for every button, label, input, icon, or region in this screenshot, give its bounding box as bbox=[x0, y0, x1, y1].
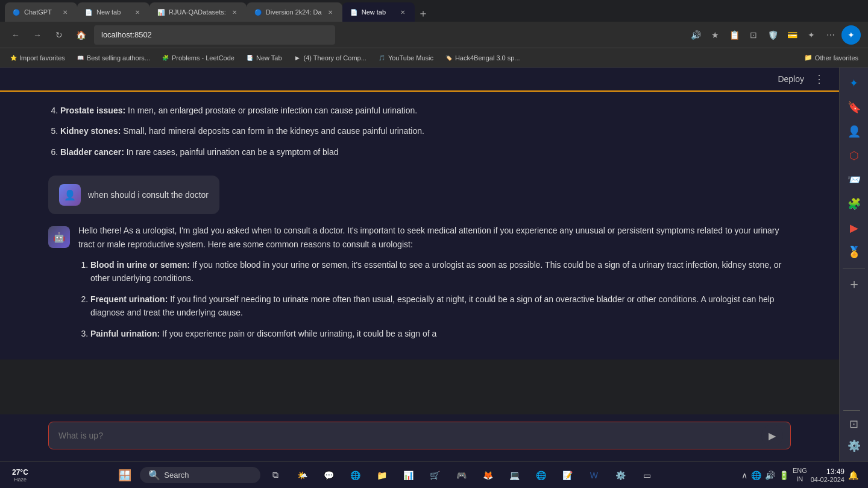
copilot-main-button[interactable]: ✦ bbox=[841, 25, 861, 45]
browser-essentials-button[interactable]: 🛡️ bbox=[764, 27, 781, 43]
ai-list-item-1: Blood in urine or semen: If you notice b… bbox=[90, 258, 791, 285]
input-area: ▶ bbox=[0, 414, 839, 461]
taskview-button[interactable]: ⧉ bbox=[264, 464, 287, 487]
tab-diversion[interactable]: 🔵 Diversion 2k24: Da ✕ bbox=[247, 2, 342, 22]
system-tray-up-icon[interactable]: ∧ bbox=[741, 471, 747, 480]
bookmark-leetcode[interactable]: 🧩 Problems - LeetCode bbox=[157, 53, 239, 63]
notifications-button[interactable]: 🔔 bbox=[848, 471, 858, 480]
bookmark-newtab[interactable]: 📑 New Tab bbox=[242, 53, 287, 63]
read-aloud-button[interactable]: 🔊 bbox=[687, 27, 704, 43]
ai-content: Hello there! As a urologist, I'm glad yo… bbox=[78, 224, 791, 347]
sidebar-split-icon[interactable]: ⊡ bbox=[843, 413, 865, 435]
ai-numbered-list: Blood in urine or semen: If you notice b… bbox=[78, 258, 791, 340]
explorer-taskbar-button[interactable]: 📁 bbox=[370, 464, 393, 487]
sidebar-add-button[interactable]: ＋ bbox=[843, 273, 865, 295]
sidebar-collections-icon[interactable]: ⬡ bbox=[843, 145, 865, 166]
ai-avatar: 🤖 bbox=[48, 226, 70, 248]
chat-input[interactable] bbox=[56, 425, 756, 446]
new-tab-button[interactable]: ＋ bbox=[415, 5, 432, 22]
store-button[interactable]: 🛒 bbox=[423, 464, 446, 487]
edge-taskbar-button[interactable]: 🌐 bbox=[344, 464, 366, 487]
sidebar-favorites-icon[interactable]: 🔖 bbox=[843, 97, 865, 118]
chat-taskbar-button[interactable]: 💬 bbox=[317, 464, 340, 487]
tab-newtab1[interactable]: 📄 New tab ✕ bbox=[77, 2, 149, 22]
chat-scroll-area[interactable]: Prostate issues: In men, an enlarged pro… bbox=[0, 92, 839, 414]
deploy-button[interactable]: Deploy bbox=[773, 72, 809, 86]
start-button[interactable]: 🪟 bbox=[113, 464, 136, 487]
terminal-button[interactable]: ▭ bbox=[635, 464, 658, 487]
reload-button[interactable]: ↻ bbox=[51, 27, 68, 43]
tab-chatgpt-close[interactable]: ✕ bbox=[60, 7, 70, 17]
home-button[interactable]: 🏠 bbox=[72, 27, 89, 43]
user-avatar: 👤 bbox=[59, 184, 81, 206]
user-message: 👤 when should i consult the doctor bbox=[48, 176, 219, 214]
ai-list-item-3-text: If you experience pain or discomfort whi… bbox=[162, 329, 436, 338]
list-item-4-title: Prostate issues: bbox=[60, 106, 125, 115]
xbox-button[interactable]: 🎮 bbox=[450, 464, 473, 487]
bookmarks-bar: ⭐ Import favorites 📖 Best selling author… bbox=[0, 48, 868, 68]
other-favorites-label: Other favorites bbox=[815, 54, 858, 62]
ai-list-item-3: Painful urination: If you experience pai… bbox=[90, 327, 791, 340]
list-item-4: Prostate issues: In men, an enlarged pro… bbox=[60, 104, 791, 117]
bookmark-theory[interactable]: ▶ (4) Theory of Comp... bbox=[289, 53, 371, 63]
newtab1-favicon: 📄 bbox=[84, 8, 93, 16]
forward-button[interactable]: → bbox=[29, 27, 46, 43]
settings-taskbar-button[interactable]: ⚙️ bbox=[609, 464, 632, 487]
tab-newtab2[interactable]: 📄 New tab ✕ bbox=[342, 2, 415, 22]
copilot-edge-button[interactable]: ✦ bbox=[803, 27, 820, 43]
bookmark-newtab-label: New Tab bbox=[256, 54, 282, 62]
tab-newtab1-close[interactable]: ✕ bbox=[133, 7, 142, 17]
current-time: 13:49 bbox=[826, 467, 844, 476]
back-button[interactable]: ← bbox=[7, 27, 24, 43]
ai-list-item-1-text: If you notice blood in your urine or sem… bbox=[90, 260, 781, 283]
teams-button[interactable]: 📊 bbox=[397, 464, 420, 487]
bookmark-authors[interactable]: 📖 Best selling authors... bbox=[72, 53, 155, 63]
volume-icon[interactable]: 🔊 bbox=[765, 471, 775, 480]
bookmark-import[interactable]: ⭐ Import favorites bbox=[5, 53, 70, 63]
collections-button[interactable]: 📋 bbox=[726, 27, 743, 43]
weather-widget[interactable]: 27°C Haze bbox=[5, 468, 36, 483]
leetcode-icon: 🧩 bbox=[162, 54, 169, 62]
url-input[interactable] bbox=[94, 25, 335, 45]
notepad-button[interactable]: 📝 bbox=[556, 464, 579, 487]
right-sidebar: ✦ 🔖 👤 ⬡ 📨 🧩 ▶ 🏅 ＋ ⊡ ⚙️ bbox=[839, 68, 868, 461]
browser-wallet-button[interactable]: 💳 bbox=[784, 27, 800, 43]
network-icon[interactable]: 🌐 bbox=[751, 471, 761, 480]
other-favorites[interactable]: 📁 Other favorites bbox=[799, 52, 863, 63]
clock-widget[interactable]: 13:49 04-02-2024 bbox=[811, 467, 844, 483]
bookmark-hack4bengal[interactable]: 🏷️ Hack4Bengal 3.0 sp... bbox=[441, 53, 525, 63]
list-item-5-text: Small, hard mineral deposits can form in… bbox=[123, 126, 424, 136]
battery-icon[interactable]: 🔋 bbox=[779, 471, 789, 480]
bookmark-youtube-music[interactable]: 🎵 YouTube Music bbox=[374, 53, 438, 63]
send-button[interactable]: ▶ bbox=[761, 425, 783, 446]
split-view-button[interactable]: ⊡ bbox=[745, 27, 762, 43]
sidebar-profile-icon[interactable]: 👤 bbox=[843, 121, 865, 142]
taskbar-search-bar[interactable]: 🔍 Search bbox=[140, 467, 260, 483]
sidebar-youtube-icon[interactable]: ▶ bbox=[843, 217, 865, 239]
word-button[interactable]: W bbox=[582, 464, 605, 487]
more-options-button[interactable]: ⋯ bbox=[822, 27, 839, 43]
browser2-button[interactable]: 🦊 bbox=[476, 464, 499, 487]
tab-chatgpt[interactable]: 🔵 ChatGPT ✕ bbox=[5, 2, 77, 22]
tab-rjua[interactable]: 📊 RJUA-QADatasets: ✕ bbox=[149, 2, 247, 22]
sidebar-extensions-icon[interactable]: 🧩 bbox=[843, 193, 865, 215]
deploy-more-button[interactable]: ⋮ bbox=[809, 70, 829, 88]
vscode-button[interactable]: 💻 bbox=[503, 464, 526, 487]
ai-list-item-2-title: Frequent urination: bbox=[90, 294, 168, 304]
list-item-5: Kidney stones: Small, hard mineral depos… bbox=[60, 124, 791, 138]
address-bar: ← → ↻ 🏠 🔊 ★ 📋 ⊡ 🛡️ 💳 ✦ ⋯ ✦ bbox=[0, 22, 868, 48]
taskbar-right: ∧ 🌐 🔊 🔋 ENGIN 13:49 04-02-2024 🔔 bbox=[737, 467, 863, 483]
chrome-button[interactable]: 🌐 bbox=[529, 464, 552, 487]
sidebar-rewards-icon[interactable]: 🏅 bbox=[843, 241, 865, 263]
widgets-button[interactable]: 🌤️ bbox=[291, 464, 313, 487]
sidebar-email-icon[interactable]: 📨 bbox=[843, 169, 865, 191]
tab-rjua-close[interactable]: ✕ bbox=[230, 7, 239, 17]
tab-newtab2-close[interactable]: ✕ bbox=[398, 7, 407, 17]
favorites-button[interactable]: ★ bbox=[706, 27, 723, 43]
tab-diversion-close[interactable]: ✕ bbox=[326, 7, 335, 17]
tab-newtab1-label: New tab bbox=[96, 8, 129, 16]
bookmark-authors-label: Best selling authors... bbox=[87, 54, 150, 62]
sidebar-copilot-icon[interactable]: ✦ bbox=[843, 72, 865, 94]
sidebar-settings-icon[interactable]: ⚙️ bbox=[843, 435, 865, 457]
taskbar-search-text: Search bbox=[164, 471, 189, 480]
